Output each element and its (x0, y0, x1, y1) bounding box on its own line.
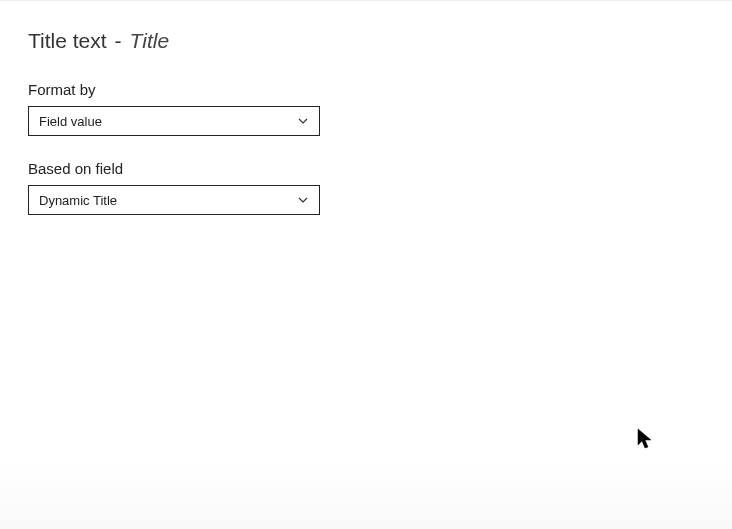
dialog-header: Title text - Title (28, 29, 704, 53)
based-on-field-dropdown[interactable]: Dynamic Title (28, 185, 320, 215)
mouse-cursor-icon (636, 427, 654, 451)
header-prefix: Title text (28, 29, 107, 53)
dialog-content: Title text - Title Format by Field value… (0, 0, 732, 529)
header-title: Title (130, 29, 170, 53)
chevron-down-icon (297, 194, 309, 206)
format-by-group: Format by Field value (28, 81, 704, 136)
based-on-field-value: Dynamic Title (39, 193, 297, 208)
based-on-field-label: Based on field (28, 160, 704, 177)
format-by-label: Format by (28, 81, 704, 98)
format-by-value: Field value (39, 114, 297, 129)
based-on-field-group: Based on field Dynamic Title (28, 160, 704, 215)
chevron-down-icon (297, 115, 309, 127)
bottom-fade (0, 459, 732, 529)
format-by-dropdown[interactable]: Field value (28, 106, 320, 136)
header-separator: - (115, 29, 122, 53)
